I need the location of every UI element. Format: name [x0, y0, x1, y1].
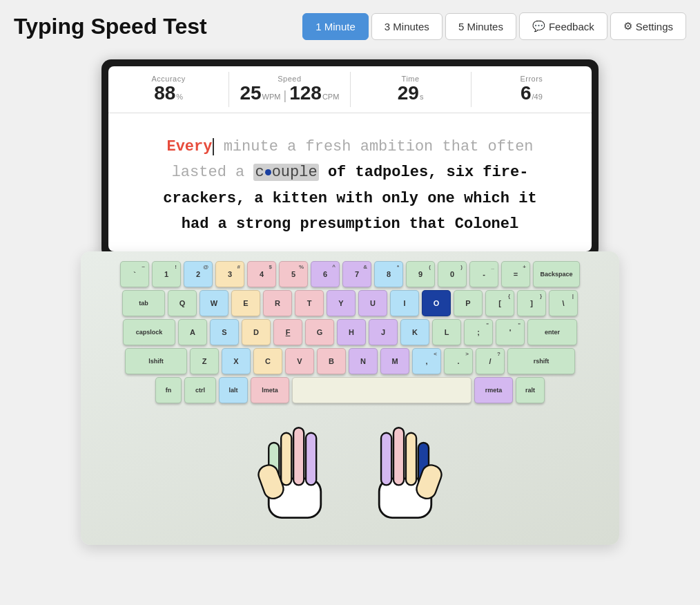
key-equals: += — [501, 261, 530, 287]
svg-rect-7 — [381, 433, 391, 486]
key-quote: "' — [496, 319, 525, 345]
key-n: N — [349, 348, 378, 374]
feedback-icon: 💬 — [532, 20, 545, 32]
typing-line-4: had a strong presumption that Colonel — [136, 211, 564, 237]
key-k: K — [400, 319, 429, 345]
speed-value: 25 — [240, 83, 261, 104]
line2-pre: lasted a — [172, 164, 254, 181]
key-ralt: ralt — [516, 377, 545, 403]
screen-inner: Accuracy 88 % Speed 25 WPM | 128 — [108, 66, 592, 251]
key-w: W — [200, 290, 229, 316]
key-c: C — [253, 348, 282, 374]
key-x: X — [222, 348, 251, 374]
key-rshift: rshift — [507, 348, 575, 374]
key-7: &7 — [342, 261, 371, 287]
btn-1min[interactable]: 1 Minute — [302, 13, 369, 40]
key-5: %5 — [279, 261, 308, 287]
key-h: H — [337, 319, 366, 345]
key-backslash: |\ — [549, 290, 578, 316]
key-p: P — [454, 290, 483, 316]
stats-bar: Accuracy 88 % Speed 25 WPM | 128 — [108, 66, 592, 113]
right-hand — [360, 407, 450, 524]
key-4: $4 — [247, 261, 276, 287]
btn-5min[interactable]: 5 Minutes — [445, 13, 516, 40]
key-y: Y — [327, 290, 356, 316]
svg-rect-3 — [293, 428, 304, 485]
key-row-numbers: ~` !1 @2 #3 $4 %5 ^6 &7 *8 (9 )0 _- += B… — [92, 261, 608, 287]
key-v: V — [285, 348, 314, 374]
key-9: (9 — [406, 261, 435, 287]
key-a: A — [178, 319, 207, 345]
key-backspace: Backspace — [533, 261, 580, 287]
key-e: E — [231, 290, 260, 316]
typing-line-2: lasted a couple of tadpoles, six fire- — [136, 160, 564, 185]
key-lshift: lshift — [125, 348, 187, 374]
stat-speed: Speed 25 WPM | 128 CPM — [229, 72, 350, 107]
key-s: S — [210, 319, 239, 345]
word-current: couple — [253, 164, 318, 181]
key-8: *8 — [374, 261, 403, 287]
key-q: Q — [168, 290, 197, 316]
key-lalt: lalt — [219, 377, 248, 403]
key-l: L — [432, 319, 461, 345]
key-lbracket: {[ — [485, 290, 514, 316]
key-tab: tab — [122, 290, 165, 316]
key-d: D — [242, 319, 271, 345]
key-m: M — [380, 348, 409, 374]
svg-rect-2 — [281, 433, 291, 486]
key-rbracket: }] — [517, 290, 546, 316]
key-0: )0 — [438, 261, 467, 287]
keyboard-container: ~` !1 @2 #3 $4 %5 ^6 &7 *8 (9 )0 _- += B… — [81, 251, 619, 545]
svg-rect-9 — [406, 433, 416, 486]
key-row-asdf: capslock A S D F G H J K L "; "' enter — [92, 319, 608, 345]
key-g: G — [305, 319, 334, 345]
key-fn: fn — [155, 377, 182, 403]
line4: had a strong presumption that Colonel — [182, 215, 518, 233]
key-z: Z — [190, 348, 219, 374]
key-slash: ?/ — [476, 348, 505, 374]
key-capslock: capslock — [123, 319, 175, 345]
key-3: #3 — [215, 261, 244, 287]
typing-area[interactable]: Every minute a fresh ambition that often… — [108, 113, 592, 251]
nav-buttons: 1 Minute 3 Minutes 5 Minutes 💬 Feedback … — [302, 12, 686, 40]
svg-rect-4 — [306, 433, 316, 486]
line3: crackers, a kitten with only one which i… — [163, 190, 536, 207]
header: Typing Speed Test 1 Minute 3 Minutes 5 M… — [0, 0, 700, 52]
key-ctrl: ctrl — [184, 377, 216, 403]
key-2: @2 — [184, 261, 213, 287]
key-row-zxcv: lshift Z X C V B N M <, >. ?/ rshift — [92, 348, 608, 374]
feedback-button[interactable]: 💬 Feedback — [519, 12, 607, 40]
key-j: J — [369, 319, 398, 345]
stat-time: Time 29 s — [351, 72, 471, 107]
key-f: F — [273, 319, 302, 345]
laptop-screen: Accuracy 88 % Speed 25 WPM | 128 — [101, 59, 599, 258]
key-enter: enter — [527, 319, 577, 345]
time-unit: s — [420, 93, 424, 101]
stat-errors: Errors 6 /49 — [471, 72, 592, 107]
settings-button[interactable]: ⚙ Settings — [610, 12, 686, 40]
errors-total: /49 — [532, 93, 543, 101]
settings-icon: ⚙ — [623, 20, 632, 32]
btn-3min[interactable]: 3 Minutes — [371, 13, 443, 40]
key-o: O — [422, 290, 451, 316]
laptop-wrapper: Accuracy 88 % Speed 25 WPM | 128 — [101, 59, 599, 258]
key-comma: <, — [412, 348, 441, 374]
key-space — [292, 377, 471, 403]
key-semicolon: "; — [464, 319, 493, 345]
key-r: R — [263, 290, 292, 316]
key-b: B — [317, 348, 346, 374]
errors-value: 6 — [521, 83, 532, 104]
key-t: T — [295, 290, 324, 316]
app-title: Typing Speed Test — [14, 14, 294, 39]
cpm-value: 128 — [289, 83, 322, 104]
key-lmeta: lmeta — [251, 377, 289, 403]
stat-accuracy: Accuracy 88 % — [108, 72, 229, 107]
time-value: 29 — [398, 83, 419, 104]
key-minus: _- — [469, 261, 498, 287]
key-period: >. — [444, 348, 473, 374]
stat-divider: | — [283, 88, 286, 103]
keyboard-area: ~` !1 @2 #3 $4 %5 ^6 &7 *8 (9 )0 _- += B… — [81, 251, 619, 545]
key-row-bottom: fn ctrl lalt lmeta rmeta ralt — [92, 377, 608, 403]
cpm-unit: CPM — [322, 93, 339, 101]
word-error: Every — [166, 138, 212, 155]
